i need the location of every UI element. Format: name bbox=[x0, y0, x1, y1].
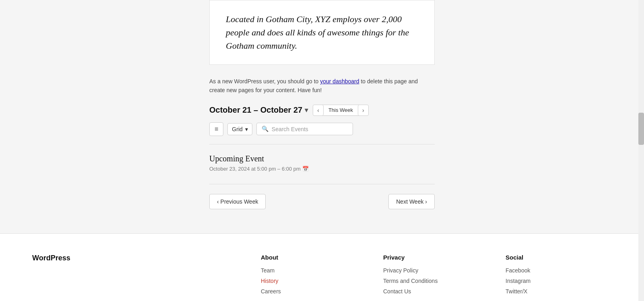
footer-about-title: About bbox=[261, 254, 367, 261]
date-range-chevron[interactable]: ▾ bbox=[305, 106, 308, 114]
filter-row: ≡ Grid ▾ 🔍 bbox=[209, 122, 435, 136]
prev-week-arrow-btn[interactable]: ‹ bbox=[313, 105, 324, 115]
search-icon: 🔍 bbox=[262, 126, 268, 132]
scrollbar-track bbox=[638, 0, 644, 301]
next-week-btn[interactable]: Next Week › bbox=[388, 194, 435, 209]
footer-link-twitter[interactable]: Twitter/X bbox=[506, 288, 612, 295]
search-input[interactable] bbox=[272, 126, 348, 132]
top-divider bbox=[209, 144, 435, 144]
event-date: October 23, 2024 at 5:00 pm – 6:00 pm 📅 bbox=[209, 166, 435, 172]
week-nav: ‹ This Week › bbox=[313, 105, 369, 116]
footer-link-team[interactable]: Team bbox=[261, 267, 367, 274]
previous-week-btn[interactable]: ‹ Previous Week bbox=[209, 194, 266, 209]
footer-privacy-title: Privacy bbox=[383, 254, 489, 261]
next-week-arrow-btn[interactable]: › bbox=[358, 105, 368, 115]
search-box: 🔍 bbox=[256, 123, 353, 135]
main-content: Located in Gotham City, XYZ employs over… bbox=[0, 0, 644, 209]
grid-dropdown[interactable]: Grid ▾ bbox=[227, 123, 252, 135]
date-nav-row: October 21 – October 27 ▾ ‹ This Week › bbox=[209, 105, 435, 116]
event-date-text: October 23, 2024 at 5:00 pm – 6:00 pm bbox=[209, 166, 301, 172]
footer-social-title: Social bbox=[506, 254, 612, 261]
calendar-icon: 📅 bbox=[302, 166, 309, 172]
bottom-divider bbox=[209, 184, 435, 184]
grid-label: Grid bbox=[232, 126, 242, 132]
italic-text: Located in Gotham City, XYZ employs over… bbox=[226, 12, 418, 52]
this-week-btn[interactable]: This Week bbox=[324, 105, 358, 115]
event-section: Upcoming Event October 23, 2024 at 5:00 … bbox=[209, 154, 435, 172]
footer-link-careers[interactable]: Careers bbox=[261, 288, 367, 295]
grid-chevron: ▾ bbox=[245, 126, 248, 132]
filter-icon-btn[interactable]: ≡ bbox=[209, 122, 223, 136]
footer: WordPress About Team History Careers Pri… bbox=[0, 233, 644, 301]
footer-col-about: About Team History Careers bbox=[261, 254, 367, 299]
date-range-label: October 21 – October 27 bbox=[209, 105, 302, 115]
footer-col-privacy: Privacy Privacy Policy Terms and Conditi… bbox=[383, 254, 489, 299]
event-title: Upcoming Event bbox=[209, 154, 435, 163]
footer-col-social: Social Facebook Instagram Twitter/X bbox=[506, 254, 612, 299]
footer-brand: WordPress bbox=[32, 254, 245, 299]
scrollbar-thumb[interactable] bbox=[638, 113, 644, 145]
footer-link-history[interactable]: History bbox=[261, 278, 367, 284]
dashboard-link[interactable]: your dashboard bbox=[320, 78, 359, 85]
quote-block: Located in Gotham City, XYZ employs over… bbox=[209, 0, 435, 65]
page-wrapper: Located in Gotham City, XYZ employs over… bbox=[0, 0, 644, 301]
date-range: October 21 – October 27 ▾ bbox=[209, 105, 308, 115]
filter-icon: ≡ bbox=[215, 126, 218, 133]
footer-link-instagram[interactable]: Instagram bbox=[506, 278, 612, 284]
intro-text-before: As a new WordPress user, you should go t… bbox=[209, 78, 320, 85]
footer-link-contact[interactable]: Contact Us bbox=[383, 288, 489, 295]
footer-link-facebook[interactable]: Facebook bbox=[506, 267, 612, 274]
intro-paragraph: As a new WordPress user, you should go t… bbox=[209, 77, 435, 95]
footer-link-privacy-policy[interactable]: Privacy Policy bbox=[383, 267, 489, 274]
footer-link-terms[interactable]: Terms and Conditions bbox=[383, 278, 489, 284]
week-buttons: ‹ Previous Week Next Week › bbox=[209, 194, 435, 209]
